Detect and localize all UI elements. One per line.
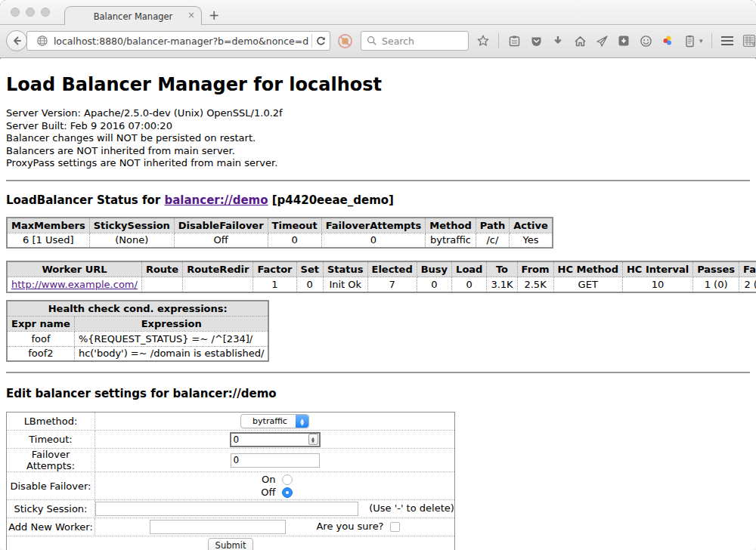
col-factor: Factor (253, 261, 296, 277)
url-bar[interactable]: localhost:8880/balancer-manager?b=demo&n… (26, 31, 330, 51)
divider (6, 372, 750, 373)
col-elected: Elected (367, 261, 417, 277)
cell-method: bytraffic (426, 233, 476, 248)
cell-disablefailover: Off (174, 233, 268, 248)
col-route: Route (141, 261, 182, 277)
search-input[interactable] (382, 36, 457, 47)
menu-hamburger-icon[interactable] (720, 34, 734, 48)
server-built-line: Server Built: Feb 9 2016 07:00:20 (6, 120, 750, 133)
disable-failover-off-radio[interactable] (282, 487, 293, 498)
home-icon[interactable] (573, 34, 587, 48)
add-new-worker-label: Add New Worker: (7, 518, 95, 536)
cell-factor: 1 (253, 277, 296, 292)
worker-url-link[interactable]: http://www.example.com/ (11, 279, 138, 290)
are-you-sure-checkbox[interactable] (390, 522, 400, 532)
col-load: Load (452, 261, 487, 277)
select-stepper-icon: ▲▼ (296, 415, 308, 428)
clipboard-extension-icon[interactable] (683, 34, 696, 48)
lbmethod-selected-value: bytraffic (241, 415, 296, 428)
cell-fails: 2 (0) (739, 277, 756, 292)
cell-expression: %{REQUEST_STATUS} =~ /^[234]/ (74, 331, 268, 346)
cell-route (141, 277, 182, 292)
cell-hc-interval: 10 (622, 277, 692, 292)
cell-to: 3.1K (487, 277, 517, 292)
back-button[interactable] (6, 30, 27, 51)
col-passes: Passes (693, 261, 739, 277)
timeout-label: Timeout: (7, 431, 95, 449)
divider (311, 34, 312, 48)
lbmethod-select[interactable]: bytraffic ▲▼ (240, 414, 309, 428)
table-title-row: Health check cond. expressions: (7, 301, 268, 317)
form-row-lbmethod: LBmethod: bytraffic ▲▼ (7, 412, 455, 431)
cell-expression: hc('body') =~ /domain is established/ (74, 346, 268, 361)
new-tab-button[interactable]: + (209, 8, 219, 23)
col-to: To (487, 261, 517, 277)
col-status: Status (323, 261, 367, 277)
reading-list-icon[interactable] (507, 34, 521, 48)
cell-routeredir (183, 277, 253, 292)
table-header-row: Expr name Expression (7, 316, 268, 331)
sticky-session-input[interactable] (95, 502, 358, 516)
radio-off-label: Off (258, 487, 276, 498)
col-timeout: Timeout (268, 218, 321, 233)
edit-balancer-form: LBmethod: bytraffic ▲▼ Timeout: 0 ▲▼ (6, 412, 455, 550)
balancer-demo-link[interactable]: balancer://demo (164, 193, 268, 207)
failover-attempts-label: Failover Attempts: (7, 449, 95, 472)
number-spinner-icon[interactable]: ▲▼ (308, 434, 318, 445)
cell-load: 0 (452, 277, 487, 292)
bookmark-star-icon[interactable] (476, 34, 490, 48)
send-tab-icon[interactable] (595, 34, 609, 48)
globe-icon (36, 35, 48, 47)
table-header-row: MaxMembers StickySession DisableFailover… (7, 218, 553, 233)
are-you-sure-label: Are you sure? (316, 521, 383, 532)
health-check-table: Health check cond. expressions: Expr nam… (6, 300, 269, 363)
pocket-icon[interactable] (529, 34, 543, 48)
traffic-lights (11, 8, 50, 17)
add-new-worker-input[interactable] (150, 520, 286, 534)
health-table-title: Health check cond. expressions: (7, 301, 268, 317)
cell-set: 0 (296, 277, 323, 292)
cell-failoverattempts: 0 (321, 233, 426, 248)
col-hc-method: HC Method (553, 261, 622, 277)
downloads-icon[interactable] (551, 34, 565, 48)
page-tool-icon[interactable] (742, 34, 756, 48)
cell-busy: 0 (417, 277, 451, 292)
zoom-window-button[interactable] (41, 8, 50, 17)
cell-passes: 1 (0) (693, 277, 739, 292)
tab-close-icon[interactable]: × (187, 11, 195, 20)
url-text[interactable]: localhost:8880/balancer-manager?b=demo&n… (54, 36, 308, 47)
col-active: Active (510, 218, 553, 233)
close-window-button[interactable] (11, 8, 20, 17)
form-row-submit: Submit (7, 536, 455, 550)
table-row: http://www.example.com/ 1 0 Init Ok 7 0 … (7, 277, 756, 292)
toolbar-icons: ▾ (476, 31, 756, 51)
col-path: Path (476, 218, 509, 233)
col-method: Method (426, 218, 476, 233)
tab-balancer-manager[interactable]: Balancer Manager × (64, 6, 202, 26)
search-bar[interactable] (361, 31, 469, 51)
server-version-line: Server Version: Apache/2.5.0-dev (Unix) … (6, 107, 750, 120)
table-row: 6 [1 Used] (None) Off 0 0 bytraffic /c/ … (7, 233, 553, 248)
failover-attempts-input[interactable] (231, 453, 320, 468)
cell-expr-name: foof (7, 331, 74, 346)
disable-failover-on-radio[interactable] (282, 474, 293, 485)
search-icon (367, 36, 377, 46)
content-blocked-icon[interactable] (337, 33, 353, 49)
cell-stickysession: (None) (89, 233, 174, 248)
submit-button[interactable]: Submit (208, 538, 254, 550)
cell-timeout: 0 (268, 233, 321, 248)
back-arrow-icon (11, 35, 23, 47)
browser-window: Balancer Manager × + localhost:8880/bala… (0, 0, 756, 550)
chevron-down-icon[interactable]: ▾ (699, 37, 703, 45)
form-row-sticky-session: Sticky Session: (Use '-' to delete) (7, 500, 455, 518)
feedback-smiley-icon[interactable] (639, 34, 652, 48)
col-routeredir: RouteRedir (183, 261, 253, 277)
minimize-window-button[interactable] (26, 8, 35, 17)
timeout-input[interactable]: 0 ▲▼ (230, 432, 321, 447)
form-row-timeout: Timeout: 0 ▲▼ (7, 431, 455, 449)
reload-icon[interactable] (315, 36, 327, 47)
extension-download-icon[interactable] (617, 34, 631, 48)
col-set: Set (296, 261, 323, 277)
edit-settings-heading: Edit balancer settings for balancer://de… (6, 387, 750, 400)
colorful-extension-icon[interactable] (661, 34, 674, 48)
